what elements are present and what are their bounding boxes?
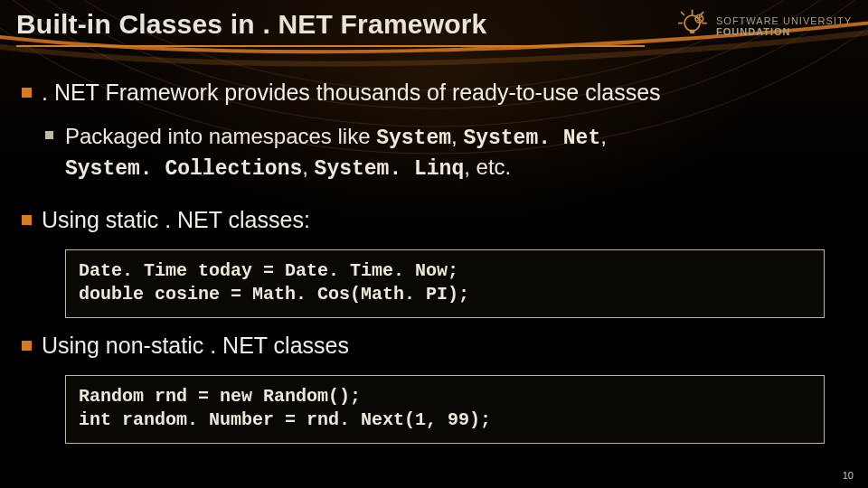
code-block-static: Date. Time today = Date. Time. Now; doub… <box>65 249 825 318</box>
lightbulb-icon <box>678 9 709 43</box>
namespace-system-collections: System. Collections <box>65 157 302 181</box>
brand-line2: FOUNDATION <box>716 26 852 37</box>
svg-point-4 <box>684 15 700 31</box>
brand-text: SOFTWARE UNIVERSITY FOUNDATION <box>716 15 852 37</box>
slide-title: Built-in Classes in . NET Framework <box>16 9 486 40</box>
brand-line1: SOFTWARE UNIVERSITY <box>716 15 852 26</box>
bullet2-prefix: Packaged into namespaces like <box>65 124 376 148</box>
brand-logo: SOFTWARE UNIVERSITY FOUNDATION <box>678 9 852 43</box>
slide: Built-in Classes in . NET Framework SOFT… <box>0 0 868 488</box>
namespace-system-net: System. Net <box>463 127 600 150</box>
slide-body: . NET Framework provides thousands of re… <box>22 70 846 458</box>
sep: , <box>302 155 314 179</box>
bullet-level1: . NET Framework provides thousands of re… <box>22 80 846 106</box>
svg-rect-5 <box>690 30 695 33</box>
title-underline <box>16 45 645 47</box>
code-block-nonstatic: Random rnd = new Random(); int random. N… <box>65 375 825 444</box>
bullet-level1: Using non-static . NET classes <box>22 333 846 359</box>
bullet-level2: Packaged into namespaces like System, Sy… <box>45 122 846 183</box>
sep: , <box>600 124 607 148</box>
svg-line-9 <box>682 13 684 15</box>
bullet2-suffix: , etc. <box>464 155 511 179</box>
page-number: 10 <box>843 470 854 481</box>
namespace-system: System <box>376 127 451 150</box>
sep: , <box>451 124 463 148</box>
bullet-level1: Using static . NET classes: <box>22 207 846 233</box>
namespace-system-linq: System. Linq <box>315 157 465 181</box>
